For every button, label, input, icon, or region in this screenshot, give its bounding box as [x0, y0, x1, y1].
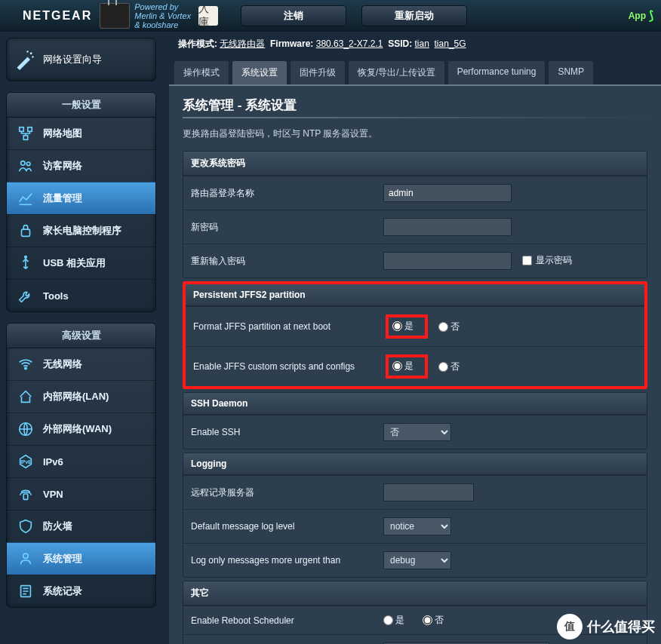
ssid1-link[interactable]: tian: [415, 38, 429, 49]
sidebar-item-traffic[interactable]: 流量管理: [7, 182, 155, 214]
sidebar-item-firewall[interactable]: 防火墙: [7, 510, 155, 542]
sidebar-item-log[interactable]: 系统记录: [7, 575, 155, 607]
remote-log-label: 远程记录服务器: [191, 486, 383, 499]
firmware-link[interactable]: 380.63_2-X7.2.1: [316, 38, 383, 49]
ssid2-link[interactable]: tian_5G: [435, 38, 466, 49]
brand-logo: NETGEAR: [23, 9, 92, 23]
sidebar-item-usb[interactable]: USB 相关应用: [7, 247, 155, 279]
svg-point-15: [23, 554, 28, 558]
new-password-label: 新密码: [191, 221, 383, 234]
sidebar-item-label: 内部网络(LAN): [43, 390, 109, 403]
new-password-input[interactable]: [383, 218, 512, 236]
parental-icon: [14, 222, 37, 239]
sidebar-item-tools[interactable]: Tools: [7, 279, 155, 311]
tab-restore[interactable]: 恢复/导出/上传设置: [348, 60, 445, 84]
tab-sys[interactable]: 系统设置: [232, 60, 287, 84]
wizard-box[interactable]: 网络设置向导: [6, 38, 156, 81]
wan-icon: [14, 421, 37, 437]
jffs-enable-label: Enable JFFS custom scripts and configs: [193, 361, 386, 372]
sidebar-item-label: 系统记录: [43, 584, 82, 598]
svg-rect-5: [23, 136, 28, 140]
sidebar-item-lan[interactable]: 内部网络(LAN): [7, 380, 155, 412]
reboot-sched-label: Enable Reboot Scheduler: [191, 615, 383, 626]
retype-password-label: 重新输入密码: [191, 255, 383, 268]
remote-log-input[interactable]: [383, 483, 474, 501]
tab-fw[interactable]: 固件升级: [290, 60, 346, 84]
seal-icon: 入庫: [198, 6, 218, 26]
reboot-sched-yes[interactable]: 是: [383, 614, 404, 627]
tab-perf[interactable]: Performance tuning: [447, 60, 546, 84]
sidebar-item-admin[interactable]: 系统管理: [7, 542, 155, 575]
firewall-icon: [14, 518, 37, 535]
watermark-badge: 值: [557, 614, 583, 639]
reboot-button[interactable]: 重新启动: [361, 5, 467, 26]
sidebar-item-label: 家长电脑控制程序: [43, 224, 121, 238]
svg-rect-8: [22, 229, 30, 236]
sidebar-item-label: 系统管理: [43, 552, 82, 566]
sidebar-item-label: Tools: [43, 290, 69, 302]
tab-bar: 操作模式系统设置固件升级恢复/导出/上传设置Performance tuning…: [169, 60, 661, 84]
sidebar-item-label: 外部网络(WAN): [43, 422, 112, 436]
wifi-icon: ⟆: [649, 8, 653, 23]
watermark: 值 什么值得买: [557, 614, 655, 639]
ipv6-icon: IPv6: [14, 453, 37, 470]
section-header: Persistent JFFS2 partition: [186, 284, 644, 306]
section-header: 更改系统密码: [183, 152, 647, 176]
section-header: Logging: [183, 453, 647, 475]
opmode-link[interactable]: 无线路由器: [220, 38, 265, 49]
tab-opmode[interactable]: 操作模式: [174, 60, 229, 84]
sidebar-item-ipv6[interactable]: IPv6 IPv6: [7, 445, 155, 477]
app-indicator: App ⟆: [629, 8, 653, 23]
sidebar-section-title: 高级设置: [7, 324, 155, 348]
show-password-checkbox[interactable]: 显示密码: [522, 254, 572, 267]
svg-point-0: [30, 52, 32, 54]
default-loglevel-select[interactable]: notice: [383, 517, 451, 535]
sidebar-item-label: IPv6: [43, 456, 63, 468]
ssh-enable-select[interactable]: 否: [383, 423, 451, 441]
svg-text:IPv6: IPv6: [20, 459, 31, 465]
svg-point-6: [21, 161, 25, 166]
login-name-input[interactable]: [383, 184, 512, 202]
lan-icon: [14, 388, 37, 405]
admin-icon: [14, 550, 37, 567]
svg-rect-14: [23, 494, 28, 499]
svg-rect-3: [20, 127, 24, 132]
reboot-sched-no[interactable]: 否: [423, 614, 444, 627]
sidebar-item-network-map[interactable]: 网络地图: [7, 118, 155, 149]
sidebar: 网络设置向导 一般设置 网络地图 访客网络 流量管理 家长电脑控制程序 USB …: [0, 38, 162, 618]
page-desc: 更换路由器登陆密码，时区与 NTP 服务器设置。: [183, 127, 647, 140]
urgent-loglevel-select[interactable]: debug: [383, 551, 451, 569]
sidebar-item-guest[interactable]: 访客网络: [7, 149, 155, 182]
sidebar-item-label: 访客网络: [43, 159, 82, 173]
wizard-label: 网络设置向导: [43, 53, 102, 66]
page-title: 系统管理 - 系统设置: [183, 97, 647, 114]
powered-by: Powered by Merlin & Vortex & koolshare: [134, 2, 191, 29]
sidebar-item-wifi[interactable]: 无线网络: [7, 348, 155, 380]
guest-icon: [14, 158, 37, 174]
login-name-label: 路由器登录名称: [191, 187, 383, 200]
svg-rect-4: [28, 127, 32, 132]
sidebar-item-vpn[interactable]: VPN: [7, 477, 155, 510]
sidebar-item-wan[interactable]: 外部网络(WAN): [7, 412, 155, 445]
sidebar-section-title: 一般设置: [7, 93, 155, 118]
sidebar-item-label: USB 相关应用: [43, 256, 106, 270]
sidebar-item-parental[interactable]: 家长电脑控制程序: [7, 214, 155, 247]
svg-point-1: [26, 51, 28, 52]
jffs-enable-no[interactable]: 否: [438, 360, 460, 373]
tools-icon: [14, 287, 37, 304]
svg-point-9: [25, 256, 27, 258]
network-map-icon: [14, 125, 37, 142]
sidebar-item-label: 流量管理: [43, 192, 82, 205]
jffs-format-no[interactable]: 否: [438, 320, 460, 333]
sidebar-item-label: VPN: [43, 489, 63, 500]
jffs-format-yes[interactable]: 是: [392, 320, 414, 333]
app-header: NETGEAR Powered by Merlin & Vortex & koo…: [0, 0, 661, 32]
wand-icon: [14, 49, 35, 70]
vpn-icon: [14, 486, 37, 502]
retype-password-input[interactable]: [383, 252, 512, 270]
jffs-enable-yes[interactable]: 是: [392, 360, 414, 373]
logout-button[interactable]: 注销: [241, 5, 346, 26]
svg-point-2: [32, 56, 33, 57]
tab-snmp[interactable]: SNMP: [548, 60, 594, 84]
log-icon: [14, 583, 37, 600]
